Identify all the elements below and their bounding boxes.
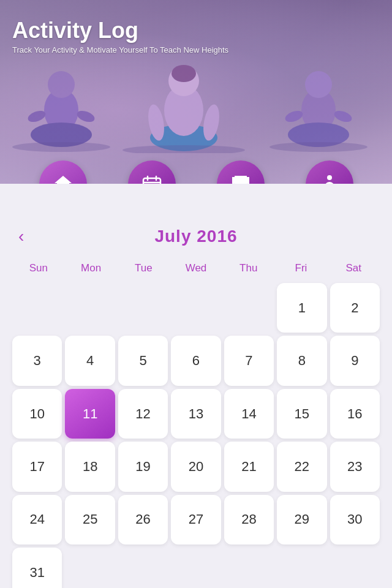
meditation-nav-button[interactable]	[306, 160, 353, 184]
calendar-day-19[interactable]: 19	[118, 442, 168, 491]
day-header-tue: Tue	[117, 258, 170, 278]
calendar-cell-empty	[118, 548, 168, 588]
month-year-label: July 2016	[154, 227, 237, 246]
calendar-day-2[interactable]: 2	[330, 283, 380, 333]
calendar-day-6[interactable]: 6	[171, 336, 221, 385]
app-title: Activity Log	[12, 18, 228, 43]
calendar-day-26[interactable]: 26	[118, 495, 168, 545]
calendar-day-21[interactable]: 21	[224, 442, 274, 491]
nav-bar: 31	[0, 160, 392, 184]
svg-point-14	[284, 108, 304, 124]
svg-point-16	[12, 142, 110, 152]
meditation-icon	[318, 173, 341, 184]
day-header-sun: Sun	[12, 258, 65, 278]
calendar-cell-empty	[12, 283, 62, 333]
svg-point-26	[327, 175, 332, 180]
calendar-day-11[interactable]: 11	[65, 389, 115, 439]
header: Activity Log Track Your Activity & Motiv…	[0, 0, 392, 184]
calendar-day-17[interactable]: 17	[12, 442, 62, 491]
calendar-day-8[interactable]: 8	[277, 336, 326, 385]
calendar-nav-button[interactable]: 31	[128, 160, 176, 184]
calendar-day-18[interactable]: 18	[65, 442, 115, 491]
svg-point-15	[333, 108, 353, 124]
svg-point-17	[123, 145, 245, 153]
calendar-grid: 1234567891011121314151617181920212223242…	[12, 283, 380, 588]
header-text-block: Activity Log Track Your Activity & Motiv…	[12, 18, 228, 55]
calendar-cell-empty	[65, 548, 115, 588]
svg-point-3	[26, 108, 47, 124]
calendar-day-1[interactable]: 1	[277, 283, 326, 333]
calendar-cell-empty	[330, 548, 380, 588]
calendar-day-4[interactable]: 4	[65, 336, 115, 385]
calendar-day-28[interactable]: 28	[224, 495, 274, 545]
calendar-cell-empty	[171, 283, 221, 333]
calendar-day-23[interactable]: 23	[330, 442, 380, 491]
calendar-day-16[interactable]: 16	[330, 389, 380, 439]
calendar-day-10[interactable]: 10	[12, 389, 62, 439]
calendar-day-3[interactable]: 3	[12, 336, 62, 385]
calendar-day-31[interactable]: 31	[12, 548, 62, 588]
calendar-day-15[interactable]: 15	[277, 389, 326, 439]
day-header-fri: Fri	[275, 258, 328, 278]
calendar-day-12[interactable]: 12	[118, 389, 168, 439]
calendar-day-5[interactable]: 5	[118, 336, 168, 385]
calendar-icon: 31	[141, 173, 163, 184]
calendar-cell-empty	[224, 548, 274, 588]
calendar-cell-empty	[118, 283, 168, 333]
calendar-day-24[interactable]: 24	[12, 495, 62, 545]
calendar-day-20[interactable]: 20	[171, 442, 221, 491]
day-header-sat: Sat	[327, 258, 380, 278]
calendar-cell-empty	[171, 548, 221, 588]
trophy-nav-button[interactable]	[217, 160, 265, 184]
calendar-day-13[interactable]: 13	[171, 389, 221, 439]
trophy-icon	[230, 173, 252, 184]
app-subtitle: Track Your Activity & Motivate Yourself …	[12, 45, 228, 55]
svg-point-18	[270, 142, 368, 152]
calendar-day-27[interactable]: 27	[171, 495, 221, 545]
home-icon	[52, 173, 74, 184]
svg-point-12	[305, 71, 332, 98]
calendar-day-30[interactable]: 30	[330, 495, 380, 545]
svg-point-8	[172, 65, 196, 82]
calendar-nav: ‹ July 2016	[12, 227, 380, 246]
calendar-day-29[interactable]: 29	[277, 495, 326, 545]
day-header-wed: Wed	[170, 258, 222, 278]
day-headers-row: Sun Mon Tue Wed Thu Fri Sat	[12, 258, 380, 278]
svg-point-1	[48, 71, 75, 98]
calendar-day-7[interactable]: 7	[224, 336, 274, 385]
day-header-mon: Mon	[65, 258, 118, 278]
calendar-cell-empty	[224, 283, 274, 333]
svg-point-4	[75, 108, 96, 124]
calendar-day-25[interactable]: 25	[65, 495, 115, 545]
home-nav-button[interactable]	[39, 160, 87, 184]
calendar-day-22[interactable]: 22	[277, 442, 326, 491]
day-header-thu: Thu	[222, 258, 275, 278]
prev-month-button[interactable]: ‹	[18, 227, 24, 246]
calendar-section: ‹ July 2016 Sun Mon Tue Wed Thu Fri Sat …	[0, 221, 392, 588]
calendar-cell-empty	[65, 283, 115, 333]
calendar-day-9[interactable]: 9	[330, 336, 380, 385]
calendar-day-14[interactable]: 14	[224, 389, 274, 439]
calendar-cell-empty	[277, 548, 326, 588]
